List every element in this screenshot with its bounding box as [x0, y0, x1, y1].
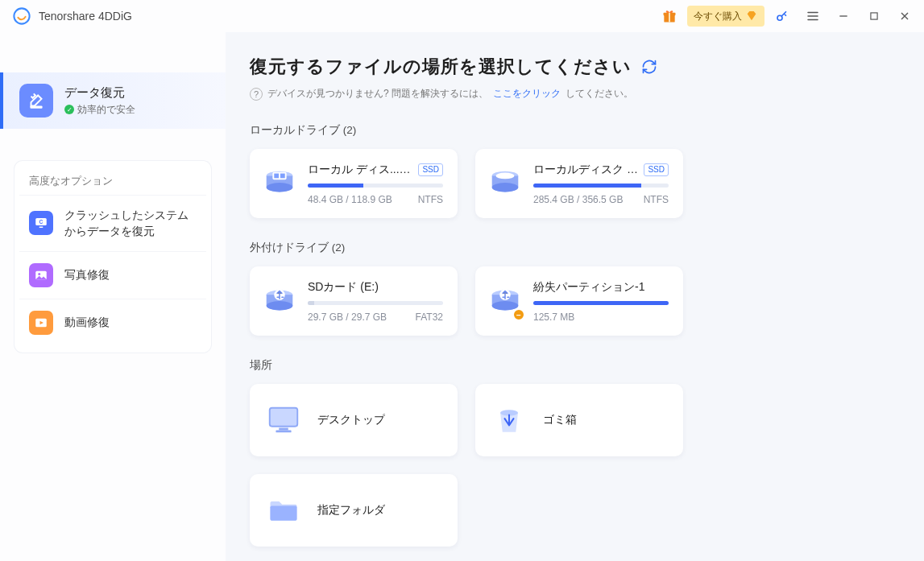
key-icon[interactable]	[769, 3, 795, 29]
usb-drive-icon: −	[487, 283, 524, 320]
section-external-title: 外付けドライブ (2)	[250, 241, 892, 255]
drive-name: 紛失パーティション-1	[533, 280, 644, 295]
page-title: 復元するファイルの場所を選択してください	[250, 55, 632, 79]
svg-rect-3	[669, 13, 670, 23]
ssd-badge: SSD	[418, 163, 443, 176]
hdd-icon	[261, 165, 298, 202]
main-content: 復元するファイルの場所を選択してください ? デバイスが見つかりません? 問題を…	[226, 32, 924, 561]
usb-drive-icon	[261, 283, 298, 320]
trash-icon	[490, 401, 528, 439]
location-label: デスクトップ	[317, 413, 385, 427]
svg-rect-5	[871, 13, 877, 19]
advanced-options-header: 高度なオプション	[19, 174, 206, 195]
adv-item-label: クラッシュしたシステムからデータを復元	[64, 207, 197, 240]
svg-text:C: C	[39, 219, 44, 225]
usage-bar	[308, 184, 443, 188]
location-desktop[interactable]: デスクトップ	[250, 384, 458, 456]
shield-check-icon: ✓	[64, 105, 74, 114]
svg-rect-17	[280, 174, 285, 179]
svg-point-20	[496, 173, 515, 179]
section-local-drives: ローカルドライブ (2) ローカル ディス... (C:) SSD 48.4 G…	[250, 123, 892, 218]
svg-point-0	[14, 8, 29, 23]
sidebar: データ復元 ✓ 効率的で安全 高度なオプション C クラッシュしたシステムからデ…	[0, 32, 226, 561]
adv-item-photo-repair[interactable]: 写真修復	[19, 251, 206, 299]
drive-name: SDカード (E:)	[308, 280, 379, 295]
drive-usage: 285.4 GB / 356.5 GB	[533, 194, 623, 205]
location-label: ゴミ箱	[543, 413, 577, 427]
titlebar: Tenorshare 4DDiG 今すぐ購入	[0, 0, 924, 32]
svg-rect-29	[276, 430, 291, 432]
menu-icon[interactable]	[800, 3, 826, 29]
usage-bar	[533, 184, 669, 188]
diamond-icon	[745, 10, 758, 23]
drive-card-sd[interactable]: SDカード (E:) 29.7 GB / 29.7 GB FAT32	[250, 266, 458, 336]
svg-rect-8	[39, 227, 44, 229]
buy-now-label: 今すぐ購入	[694, 10, 742, 23]
photo-icon	[29, 263, 53, 287]
monitor-icon: C	[29, 211, 53, 235]
tools-icon	[19, 84, 53, 118]
location-recycle-bin[interactable]: ゴミ箱	[475, 384, 683, 456]
svg-point-22	[267, 301, 293, 311]
folder-icon	[264, 491, 303, 530]
adv-item-label: 写真修復	[64, 266, 110, 283]
svg-point-19	[492, 183, 519, 192]
close-button[interactable]	[892, 3, 918, 29]
video-icon	[29, 311, 53, 335]
nav-data-recovery[interactable]: データ復元 ✓ 効率的で安全	[0, 72, 226, 129]
drive-card-d[interactable]: ローカルディスク (D:) SSD 285.4 GB / 356.5 GB NT…	[475, 149, 683, 218]
svg-point-11	[38, 273, 40, 275]
help-text-prefix: デバイスが見つかりません? 問題を解決するには、	[267, 87, 488, 101]
svg-rect-31	[271, 506, 297, 521]
help-icon: ?	[250, 88, 263, 101]
app-logo-icon	[13, 7, 31, 25]
app-title: Tenorshare 4DDiG	[39, 10, 132, 23]
hdd-icon	[487, 165, 524, 202]
adv-item-label: 動画修復	[64, 314, 110, 330]
nav-primary-subtitle: ✓ 効率的で安全	[64, 103, 135, 117]
buy-now-button[interactable]: 今すぐ購入	[687, 6, 764, 27]
gift-icon[interactable]	[657, 3, 682, 29]
location-label: 指定フォルダ	[317, 503, 385, 518]
help-line: ? デバイスが見つかりません? 問題を解決するには、 ここをクリック してくださ…	[250, 87, 892, 101]
drive-card-lost-partition[interactable]: − 紛失パーティション-1 125.7 MB	[475, 266, 683, 336]
drive-fs: NTFS	[418, 194, 443, 205]
usage-bar	[308, 301, 443, 305]
nav-primary-title: データ復元	[64, 85, 135, 101]
drive-usage: 48.4 GB / 118.9 GB	[308, 194, 392, 205]
advanced-options-panel: 高度なオプション C クラッシュしたシステムからデータを復元 写真修復 動画修復	[15, 161, 211, 353]
svg-rect-6	[30, 106, 42, 109]
ssd-badge: SSD	[644, 163, 669, 176]
warning-badge-icon: −	[512, 308, 525, 321]
section-locations-title: 場所	[250, 358, 892, 373]
svg-rect-16	[274, 174, 279, 179]
minimize-button[interactable]	[831, 3, 856, 29]
svg-point-14	[267, 183, 293, 192]
section-local-title: ローカルドライブ (2)	[250, 123, 892, 138]
adv-item-video-repair[interactable]: 動画修復	[19, 299, 206, 346]
adv-item-crash-recovery[interactable]: C クラッシュしたシステムからデータを復元	[19, 195, 206, 251]
drive-card-c[interactable]: ローカル ディス... (C:) SSD 48.4 GB / 118.9 GB …	[250, 149, 458, 218]
maximize-button[interactable]	[861, 3, 887, 29]
drive-fs: FAT32	[416, 311, 443, 323]
section-external-drives: 外付けドライブ (2) SDカード (E:) 29.7 GB / 29.7 GB…	[250, 241, 892, 336]
drive-name: ローカル ディス... (C:)	[308, 163, 413, 177]
drive-usage: 29.7 GB / 29.7 GB	[308, 311, 387, 323]
drive-fs: NTFS	[644, 194, 669, 205]
help-text-suffix: してください。	[566, 87, 633, 101]
svg-rect-27	[270, 408, 298, 427]
usage-bar	[533, 301, 669, 305]
drive-name: ローカルディスク (D:)	[533, 163, 639, 177]
section-locations: 場所 デスクトップ ゴミ箱	[250, 358, 892, 547]
svg-rect-28	[279, 428, 288, 431]
titlebar-actions: 今すぐ購入	[657, 3, 918, 29]
location-select-folder[interactable]: 指定フォルダ	[250, 474, 458, 547]
desktop-icon	[264, 401, 303, 439]
refresh-icon[interactable]	[641, 59, 657, 75]
drive-usage: 125.7 MB	[533, 311, 574, 323]
help-link[interactable]: ここをクリック	[493, 87, 561, 101]
